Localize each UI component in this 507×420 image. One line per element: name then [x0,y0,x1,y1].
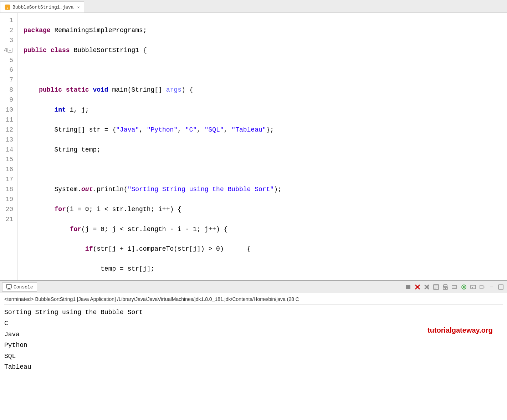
console-wrapper: <terminated> BubbleSortString1 [Java App… [0,293,507,420]
console-title: Console [14,285,33,290]
minimize-console-button[interactable]: ─ [488,283,496,291]
svg-rect-22 [471,285,476,289]
maximize-console-button[interactable] [497,283,505,291]
output-line-6: Tableau [4,362,503,373]
clear-console-button[interactable] [432,283,440,291]
output-line-1: Sorting String using the Bubble Sort [4,307,503,318]
code-line-11: for(j = 0; j < str.length - i - 1; j++) … [24,225,507,235]
code-line-2: public class BubbleSortString1 { [24,46,507,56]
collapse-marker-4[interactable]: - [7,48,12,53]
stop-console-button[interactable] [404,283,412,291]
svg-point-16 [445,288,446,289]
svg-rect-3 [8,288,10,289]
svg-rect-2 [6,285,11,288]
scroll-lock-button[interactable] [441,283,449,291]
code-line-5: int i, j; [24,105,507,115]
open-in-console-button[interactable] [469,283,477,291]
console-icon [6,284,12,290]
svg-rect-5 [406,285,410,289]
editor-tab[interactable]: J BubbleSortString1.java ✕ [0,1,84,12]
tab-close-icon[interactable]: ✕ [77,5,80,10]
svg-text:J: J [7,6,8,9]
output-line-5: SQL [4,351,503,362]
code-line-1: package RemainingSimplePrograms; [24,26,507,36]
console-output-text: Sorting String using the Bubble Sort C J… [4,307,503,373]
code-line-6: String[] str = {"Java", "Python", "C", "… [24,125,507,135]
word-wrap-button[interactable] [451,283,459,291]
svg-rect-14 [444,285,447,287]
code-area: 1 2 3 4- 5 6 7 8 9 10 11 12 13 14 15 16 … [0,13,507,280]
svg-point-21 [463,286,465,288]
tab-filename: BubbleSortString1.java [12,5,74,10]
code-line-8 [24,165,507,175]
brand-watermark: tutorialgateway.org [427,326,493,334]
console-terminated-line: <terminated> BubbleSortString1 [Java App… [4,295,503,305]
pin-button[interactable] [460,283,468,291]
code-line-7: String temp; [24,145,507,155]
display-options-button[interactable] [478,283,486,291]
code-line-10: for(i = 0; i < str.length; i++) { [24,205,507,215]
tab-bar: J BubbleSortString1.java ✕ [0,0,507,13]
code-line-9: System.out.println("Sorting String using… [24,185,507,195]
terminate-relaunch-button[interactable] [423,283,431,291]
line-numbers: 1 2 3 4- 5 6 7 8 9 10 11 12 13 14 15 16 … [0,13,18,280]
svg-rect-24 [499,285,503,289]
console-tab[interactable]: Console [2,282,37,292]
editor-container: J BubbleSortString1.java ✕ 1 2 3 4- 5 6 … [0,0,507,281]
code-line-4: public static void main(String[] args) { [24,85,507,95]
console-toolbar: Console [0,281,507,293]
svg-rect-4 [7,289,11,290]
svg-rect-23 [480,285,483,289]
java-file-icon: J [5,4,10,10]
console-container: Console [0,281,507,420]
terminate-button[interactable] [414,283,421,291]
code-content[interactable]: package RemainingSimplePrograms; public … [18,13,507,280]
output-line-4: Python [4,340,503,351]
code-line-12: if(str[j + 1].compareTo(str[j]) > 0) { [24,244,507,254]
code-line-13: temp = str[j]; [24,264,507,274]
code-line-3 [24,65,507,75]
